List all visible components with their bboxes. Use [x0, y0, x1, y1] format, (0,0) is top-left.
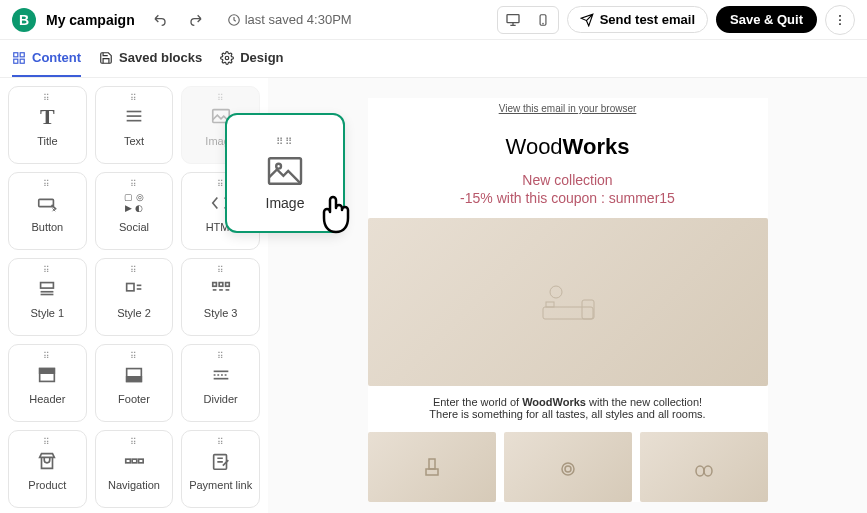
tab-content[interactable]: Content [12, 40, 81, 77]
svg-point-4 [839, 15, 841, 17]
block-text[interactable]: ⠿Text [95, 86, 174, 164]
divider-icon [208, 361, 234, 389]
product-thumb-1[interactable] [368, 432, 496, 502]
redo-button[interactable] [181, 6, 209, 34]
drag-handle-icon: ⠿ [130, 265, 138, 275]
view-in-browser-link[interactable]: View this email in your browser [499, 103, 637, 114]
header-icon [34, 361, 60, 389]
svg-point-11 [225, 56, 229, 60]
email-canvas[interactable]: View this email in your browser WoodWork… [268, 78, 867, 513]
brand-title: WoodWorks [368, 134, 768, 160]
block-navigation[interactable]: ⠿Navigation [95, 430, 174, 508]
svg-point-47 [696, 466, 704, 476]
svg-rect-44 [429, 459, 435, 469]
drag-handle-icon: ⠿ [130, 437, 138, 447]
svg-point-43 [550, 286, 562, 298]
block-footer[interactable]: ⠿Footer [95, 344, 174, 422]
drag-handle-icon: ⠿ [43, 93, 51, 103]
email-preview: View this email in your browser WoodWork… [368, 98, 768, 502]
block-label: Style 2 [117, 307, 151, 319]
drag-handle-icon: ⠿ [43, 179, 51, 189]
text-icon [121, 103, 147, 131]
product-thumb-2[interactable] [504, 432, 632, 502]
dragging-block-label: Image [266, 195, 305, 211]
block-label: Style 1 [31, 307, 65, 319]
block-social[interactable]: ⠿▢ ◎▶ ◐Social [95, 172, 174, 250]
undo-button[interactable] [147, 6, 175, 34]
product-icon [34, 447, 60, 475]
campaign-title: My campaign [46, 12, 135, 28]
svg-point-46 [565, 466, 571, 472]
svg-point-50 [276, 163, 281, 168]
drag-handle-icon: ⠿ [217, 437, 225, 447]
drag-handle-icon: ⠿ [130, 179, 138, 189]
app-logo[interactable]: B [12, 8, 36, 32]
tab-saved-blocks[interactable]: Saved blocks [99, 40, 202, 77]
svg-rect-37 [132, 459, 137, 463]
clock-icon [227, 13, 241, 27]
block-payment[interactable]: ⠿Payment link [181, 430, 260, 508]
svg-rect-42 [582, 300, 594, 319]
drag-handle-icon: ⠿ [130, 93, 138, 103]
svg-rect-20 [127, 284, 134, 291]
svg-rect-40 [543, 307, 593, 319]
block-label: Divider [204, 393, 238, 405]
svg-rect-9 [14, 59, 18, 63]
drag-handle-icon: ⠿ [217, 351, 225, 361]
style2-icon [121, 275, 147, 303]
desktop-preview-button[interactable] [498, 7, 528, 33]
block-product[interactable]: ⠿Product [8, 430, 87, 508]
svg-point-45 [562, 463, 574, 475]
last-saved-label: last saved 4:30PM [227, 12, 352, 27]
block-label: Product [28, 479, 66, 491]
image-icon [265, 155, 305, 187]
hero-image[interactable] [368, 218, 768, 386]
svg-rect-8 [20, 52, 24, 56]
svg-rect-23 [212, 283, 216, 287]
svg-point-3 [542, 23, 543, 24]
block-label: Title [37, 135, 57, 147]
navigation-icon [121, 447, 147, 475]
product-thumb-3[interactable] [640, 432, 768, 502]
svg-rect-32 [127, 377, 142, 382]
cursor-icon [312, 190, 360, 238]
block-label: Button [31, 221, 63, 233]
promo-text-1: New collection [368, 172, 768, 188]
block-label: Text [124, 135, 144, 147]
drag-handle-icon: ⠿ [43, 437, 51, 447]
block-header[interactable]: ⠿Header [8, 344, 87, 422]
style3-icon [208, 275, 234, 303]
email-description: Enter the world of WoodWorks with the ne… [368, 396, 768, 420]
content-icon [12, 51, 26, 65]
more-menu-button[interactable] [825, 5, 855, 35]
block-style1[interactable]: ⠿Style 1 [8, 258, 87, 336]
save-quit-button[interactable]: Save & Quit [716, 6, 817, 33]
social-icon: ▢ ◎▶ ◐ [124, 189, 144, 217]
svg-rect-36 [126, 459, 131, 463]
block-divider[interactable]: ⠿Divider [181, 344, 260, 422]
block-button[interactable]: ⠿Button [8, 172, 87, 250]
block-label: Footer [118, 393, 150, 405]
drag-handle-icon: ⠿ [217, 179, 225, 189]
svg-rect-41 [546, 302, 554, 307]
drag-handle-icon: ⠿ [43, 351, 51, 361]
svg-point-6 [839, 23, 841, 25]
block-style2[interactable]: ⠿Style 2 [95, 258, 174, 336]
tab-design[interactable]: Design [220, 40, 283, 77]
block-label: Header [29, 393, 65, 405]
send-test-email-button[interactable]: Send test email [567, 6, 708, 33]
drag-handle-icon: ⠿ [217, 265, 225, 275]
svg-rect-7 [14, 52, 18, 56]
promo-text-2: -15% with this coupon : summer15 [368, 190, 768, 206]
mobile-preview-button[interactable] [528, 7, 558, 33]
design-icon [220, 51, 234, 65]
svg-rect-25 [225, 283, 229, 287]
svg-point-48 [704, 466, 712, 476]
drag-handle-icon: ⠿ [130, 351, 138, 361]
block-style3[interactable]: ⠿Style 3 [181, 258, 260, 336]
save-icon [99, 51, 113, 65]
svg-rect-10 [20, 59, 24, 63]
drag-handle-icon: ⠿ [43, 265, 51, 275]
block-title[interactable]: ⠿TTitle [8, 86, 87, 164]
payment-icon [208, 447, 234, 475]
